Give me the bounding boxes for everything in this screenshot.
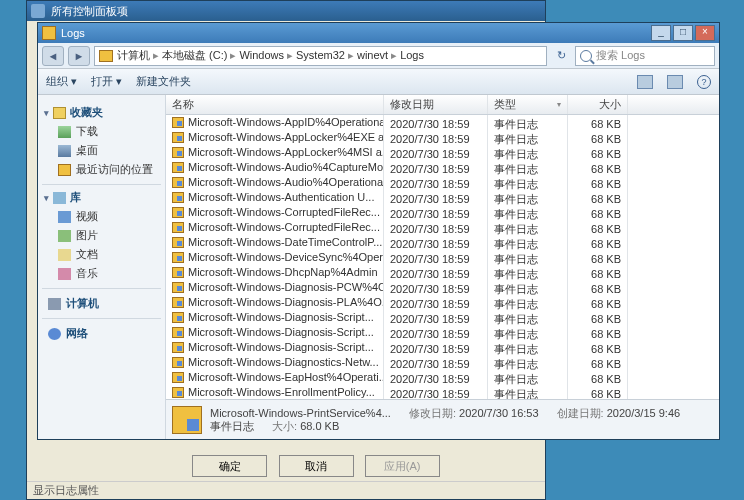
sidebar-item[interactable]: 视频 [42, 207, 161, 226]
crumb-part[interactable]: Logs [400, 49, 424, 61]
preview-pane-icon[interactable] [667, 75, 683, 89]
star-icon [53, 107, 66, 119]
file-row[interactable]: Microsoft-Windows-DateTimeControlP... 20… [166, 235, 719, 250]
view-options-icon[interactable] [637, 75, 653, 89]
file-row[interactable]: Microsoft-Windows-DhcpNap%4Admin 2020/7/… [166, 265, 719, 280]
file-icon [172, 312, 184, 323]
file-icon [172, 117, 184, 128]
file-icon [172, 207, 184, 218]
file-icon [172, 297, 184, 308]
sidebar-item[interactable]: 文档 [42, 245, 161, 264]
file-icon [172, 406, 202, 434]
item-icon [58, 164, 71, 176]
network-icon [48, 328, 61, 340]
help-icon[interactable]: ? [697, 75, 711, 89]
control-panel-title[interactable]: 所有控制面板项 [27, 1, 545, 21]
apply-button[interactable]: 应用(A) [365, 455, 440, 477]
item-icon [58, 230, 71, 242]
file-row[interactable]: Microsoft-Windows-DeviceSync%4Oper... 20… [166, 250, 719, 265]
file-row[interactable]: Microsoft-Windows-AppLocker%4EXE a... 20… [166, 130, 719, 145]
explorer-window: Logs _ □ × ◄ ► 计算机▸本地磁盘 (C:)▸Windows▸Sys… [37, 22, 720, 440]
file-row[interactable]: Microsoft-Windows-Audio%4Operational 202… [166, 175, 719, 190]
col-type[interactable]: 类型 [488, 95, 568, 114]
refresh-button[interactable]: ↻ [551, 49, 571, 62]
search-icon [580, 50, 592, 62]
sidebar-item[interactable]: 图片 [42, 226, 161, 245]
file-icon [172, 342, 184, 353]
file-rows[interactable]: Microsoft-Windows-AppID%4Operational 202… [166, 115, 719, 399]
forward-button[interactable]: ► [68, 46, 90, 66]
file-icon [172, 222, 184, 233]
file-icon [172, 252, 184, 263]
ok-button[interactable]: 确定 [192, 455, 267, 477]
file-row[interactable]: Microsoft-Windows-Diagnostics-Netw... 20… [166, 355, 719, 370]
file-row[interactable]: Microsoft-Windows-EapHost%4Operati... 20… [166, 370, 719, 385]
file-icon [172, 357, 184, 368]
new-folder-button[interactable]: 新建文件夹 [136, 74, 191, 89]
toolbar: 组织 ▾ 打开 ▾ 新建文件夹 ? [38, 69, 719, 95]
col-size[interactable]: 大小 [568, 95, 628, 114]
crumb-part[interactable]: Windows [239, 49, 284, 61]
file-icon [172, 372, 184, 383]
file-row[interactable]: Microsoft-Windows-CorruptedFileRec... 20… [166, 205, 719, 220]
nav-sidebar: 收藏夹 下载桌面最近访问的位置 库 视频图片文档音乐 计算机 网络 [38, 95, 166, 439]
back-button[interactable]: ◄ [42, 46, 64, 66]
crumb-part[interactable]: winevt [357, 49, 388, 61]
item-icon [58, 268, 71, 280]
file-icon [172, 237, 184, 248]
file-row[interactable]: Microsoft-Windows-CorruptedFileRec... 20… [166, 220, 719, 235]
folder-icon [42, 26, 56, 40]
file-icon [172, 282, 184, 293]
file-icon [172, 327, 184, 338]
details-type: 事件日志 [210, 420, 254, 433]
search-input[interactable]: 搜索 Logs [575, 46, 715, 66]
file-row[interactable]: Microsoft-Windows-AppLocker%4MSI a... 20… [166, 145, 719, 160]
sidebar-item[interactable]: 音乐 [42, 264, 161, 283]
explorer-titlebar[interactable]: Logs _ □ × [38, 23, 719, 43]
file-row[interactable]: Microsoft-Windows-Diagnosis-Script... 20… [166, 310, 719, 325]
close-button[interactable]: × [695, 25, 715, 41]
col-name[interactable]: 名称 [166, 95, 384, 114]
crumb-part[interactable]: System32 [296, 49, 345, 61]
maximize-button[interactable]: □ [673, 25, 693, 41]
file-row[interactable]: Microsoft-Windows-Diagnosis-Script... 20… [166, 340, 719, 355]
sidebar-network[interactable]: 网络 [42, 324, 161, 343]
file-row[interactable]: Microsoft-Windows-Diagnosis-PCW%4O... 20… [166, 280, 719, 295]
open-menu[interactable]: 打开 ▾ [91, 74, 122, 89]
breadcrumb[interactable]: 计算机▸本地磁盘 (C:)▸Windows▸System32▸winevt▸Lo… [94, 46, 547, 66]
sidebar-computer[interactable]: 计算机 [42, 294, 161, 313]
address-bar: ◄ ► 计算机▸本地磁盘 (C:)▸Windows▸System32▸winev… [38, 43, 719, 69]
file-row[interactable]: Microsoft-Windows-Authentication U... 20… [166, 190, 719, 205]
file-icon [172, 267, 184, 278]
crumb-part[interactable]: 计算机 [117, 49, 150, 61]
file-row[interactable]: Microsoft-Windows-EnrollmentPolicy... 20… [166, 385, 719, 399]
item-icon [58, 145, 71, 157]
file-row[interactable]: Microsoft-Windows-Audio%4CaptureMo... 20… [166, 160, 719, 175]
file-row[interactable]: Microsoft-Windows-AppID%4Operational 202… [166, 115, 719, 130]
library-icon [53, 192, 66, 204]
sidebar-item[interactable]: 下载 [42, 122, 161, 141]
folder-icon [99, 50, 113, 62]
item-icon [58, 211, 71, 223]
cancel-button[interactable]: 取消 [279, 455, 354, 477]
minimize-button[interactable]: _ [651, 25, 671, 41]
libraries-group[interactable]: 库 [44, 190, 159, 205]
sidebar-item[interactable]: 桌面 [42, 141, 161, 160]
file-icon [172, 162, 184, 173]
file-icon [172, 387, 184, 398]
file-row[interactable]: Microsoft-Windows-Diagnosis-PLA%4O... 20… [166, 295, 719, 310]
col-date[interactable]: 修改日期 [384, 95, 488, 114]
crumb-part[interactable]: 本地磁盘 (C:) [162, 49, 227, 61]
sidebar-item[interactable]: 最近访问的位置 [42, 160, 161, 179]
computer-icon [48, 298, 61, 310]
explorer-title: Logs [61, 27, 85, 39]
file-icon [172, 147, 184, 158]
column-header[interactable]: 名称 修改日期 类型 大小 [166, 95, 719, 115]
item-icon [58, 126, 71, 138]
item-icon [58, 249, 71, 261]
status-bar: 显示日志属性 [27, 481, 545, 499]
file-row[interactable]: Microsoft-Windows-Diagnosis-Script... 20… [166, 325, 719, 340]
file-icon [172, 177, 184, 188]
organize-menu[interactable]: 组织 ▾ [46, 74, 77, 89]
favorites-group[interactable]: 收藏夹 [44, 105, 159, 120]
